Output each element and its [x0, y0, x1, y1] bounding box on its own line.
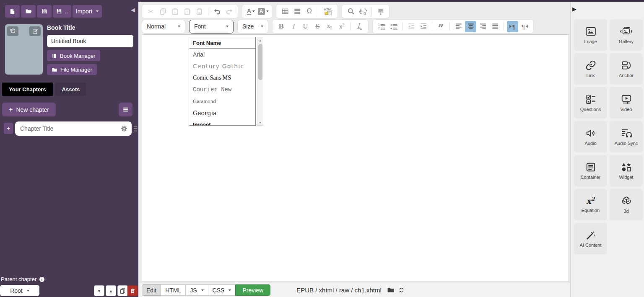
book-manager-button[interactable]: Book Manager	[47, 50, 100, 61]
book-title-input[interactable]	[47, 35, 133, 47]
tab-assets[interactable]: Assets	[55, 83, 87, 96]
widget-audio-sync-button[interactable]: Audio Sync	[610, 121, 643, 152]
widget-video-button[interactable]: Video	[610, 87, 643, 119]
chapter-list-menu-button[interactable]	[119, 103, 132, 116]
chapter-settings-gear-icon[interactable]	[120, 125, 128, 132]
cut-button[interactable]: ✂	[145, 6, 156, 17]
blockquote-button[interactable]: ”	[435, 21, 447, 32]
tab-your-chapters[interactable]: Your Chapters	[2, 83, 53, 96]
font-dropdown-scrollbar[interactable]: ▲ ▼	[257, 37, 263, 126]
bulleted-list-button[interactable]	[388, 21, 399, 32]
align-left-button[interactable]	[453, 21, 464, 32]
widget-ai-content-button[interactable]: AI Content	[574, 223, 607, 254]
font-option[interactable]: Georgia	[189, 107, 255, 119]
font-option[interactable]: Courier New	[189, 84, 255, 96]
chapter-drag-handle-icon[interactable]	[133, 125, 138, 132]
align-center-button[interactable]	[465, 21, 476, 32]
chapter-title-input[interactable]	[15, 125, 120, 132]
widget-link-button[interactable]: Link	[574, 53, 607, 85]
js-mode-button[interactable]: JS	[185, 284, 208, 296]
widget-gallery-button[interactable]: Gallery	[610, 19, 643, 51]
html-mode-button[interactable]: HTML	[161, 284, 186, 296]
import-button[interactable]: Import	[73, 5, 102, 18]
justify-button[interactable]	[489, 21, 501, 32]
save-book-button[interactable]	[37, 5, 52, 18]
font-option[interactable]: Comic Sans MS	[189, 72, 255, 84]
widget-equation-button[interactable]: x2Equation	[574, 189, 607, 220]
widget-audio-button[interactable]: Audio	[574, 121, 607, 152]
reset-cover-button[interactable]	[7, 26, 18, 36]
strikethrough-button[interactable]: S	[312, 21, 323, 32]
parent-chapter-select[interactable]: Root	[0, 285, 39, 296]
text-direction-rtl-button[interactable]: ¶	[519, 21, 530, 32]
edit-cover-button[interactable]	[29, 26, 41, 36]
bold-button[interactable]: B	[275, 21, 287, 32]
css-mode-button[interactable]: CSS	[208, 284, 236, 296]
superscript-button[interactable]: x2	[336, 21, 348, 32]
info-icon[interactable]	[39, 276, 45, 282]
font-option[interactable]: Arial	[189, 49, 255, 60]
replace-button[interactable]: ba	[357, 6, 369, 17]
scroll-up-icon[interactable]: ▲	[257, 37, 263, 43]
collapse-sidebar-arrow-icon[interactable]: ◀	[131, 7, 135, 13]
rtl-icon: ¶	[522, 23, 528, 30]
text-color-button[interactable]: A	[245, 6, 257, 17]
book-cover-thumbnail[interactable]	[5, 24, 43, 75]
save-as-button[interactable]: ..	[53, 5, 71, 18]
edit-mode-button[interactable]: Edit	[142, 284, 161, 296]
cube-3d-icon	[621, 196, 632, 207]
new-chapter-button[interactable]: + New chapter	[2, 103, 56, 116]
widget-anchor-button[interactable]: Anchor	[610, 53, 643, 85]
size-select[interactable]: Size	[237, 20, 268, 34]
font-option[interactable]: Century Gothic	[189, 60, 255, 72]
remove-format-button[interactable]: Ix	[354, 21, 365, 32]
paste-from-word-button[interactable]: w	[194, 6, 205, 17]
widget-questions-button[interactable]: Questions	[574, 87, 607, 119]
widget-container-button[interactable]: Container	[574, 155, 607, 186]
open-book-button[interactable]	[21, 5, 36, 18]
paste-as-text-button[interactable]: T	[182, 6, 193, 17]
widget-widget-button[interactable]: Widget	[610, 155, 643, 186]
font-select[interactable]: Font	[189, 20, 234, 34]
numbered-list-button[interactable]: 12	[376, 21, 387, 32]
background-color-button[interactable]: A	[257, 6, 269, 17]
expand-panel-arrow-icon[interactable]: ▶	[572, 6, 576, 12]
decrease-indent-button[interactable]	[405, 21, 417, 32]
mode-switcher: Edit HTML JS CSS Preview	[142, 284, 270, 296]
color-group: A A	[242, 4, 272, 18]
underline-button[interactable]: U	[300, 21, 311, 32]
insert-table-button[interactable]	[279, 6, 291, 17]
font-option[interactable]: Garamond	[189, 96, 255, 107]
increase-indent-button[interactable]	[418, 21, 429, 32]
refresh-button[interactable]	[397, 285, 407, 295]
open-file-browser-button[interactable]	[386, 285, 396, 295]
find-button[interactable]	[345, 6, 356, 17]
duplicate-chapter-button[interactable]	[117, 285, 128, 296]
undo-button[interactable]	[211, 6, 223, 17]
horizontal-line-button[interactable]	[291, 6, 303, 17]
font-option[interactable]: Impact	[189, 119, 255, 126]
text-direction-ltr-button[interactable]: ¶	[507, 21, 518, 32]
paragraph-format-select[interactable]: Normal	[142, 20, 185, 34]
move-chapter-down-button[interactable]: ▼	[94, 285, 104, 296]
file-manager-button[interactable]: File Manager	[47, 64, 97, 75]
special-character-button[interactable]: Ω	[304, 6, 315, 17]
preview-button[interactable]: Preview	[235, 284, 270, 296]
add-subchapter-button[interactable]: +	[4, 123, 13, 134]
scroll-down-icon[interactable]: ▼	[257, 119, 263, 125]
subscript-button[interactable]: x2	[324, 21, 335, 32]
delete-chapter-button[interactable]	[127, 285, 138, 296]
move-chapter-up-button[interactable]: ▲	[106, 285, 116, 296]
new-book-button[interactable]	[5, 5, 20, 18]
italic-button[interactable]: I	[288, 21, 299, 32]
widget-3d-button[interactable]: 3d	[610, 189, 643, 220]
scrollbar-thumb[interactable]	[258, 44, 262, 80]
widget-image-button[interactable]: Image	[574, 19, 607, 51]
redo-button[interactable]	[223, 6, 235, 17]
select-all-button[interactable]	[375, 6, 386, 17]
align-right-button[interactable]	[477, 21, 488, 32]
new-file-icon	[9, 8, 16, 15]
insert-html-button[interactable]: HTML	[321, 6, 335, 17]
copy-button[interactable]	[157, 6, 169, 17]
paste-button[interactable]	[169, 6, 181, 17]
